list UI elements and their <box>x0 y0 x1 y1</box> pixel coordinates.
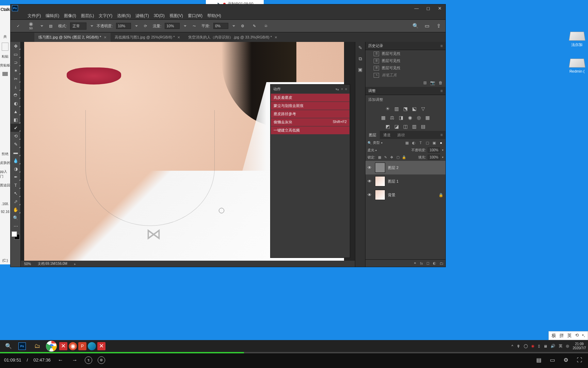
lock-all-icon[interactable]: 🔒 <box>402 155 406 159</box>
gear-icon[interactable]: ⚙ <box>239 22 247 30</box>
layer-item[interactable]: 👁 图层 1 <box>365 174 445 188</box>
fx-icon[interactable]: fx <box>420 261 423 265</box>
photo-filter-icon[interactable]: ◉ <box>407 114 413 121</box>
action-item[interactable]: 磨皮路径参考 <box>271 110 349 118</box>
close-icon[interactable]: × <box>178 35 180 40</box>
ime-toolbar[interactable]: 极 拼 英 ⟲ •, <box>549 331 588 340</box>
pressure-size-icon[interactable]: ✎ <box>250 22 258 30</box>
quick-select-tool[interactable]: ✶ <box>11 66 21 75</box>
color-balance-icon[interactable]: ⚖ <box>389 114 395 121</box>
speed-button[interactable]: ร <box>85 356 92 364</box>
menu-file[interactable]: 文件(F) <box>28 13 41 19</box>
color-swatch[interactable] <box>12 231 20 240</box>
filter-shape-icon[interactable]: ▢ <box>425 140 430 145</box>
blend-mode-select[interactable]: 正常 <box>70 22 86 30</box>
levels-icon[interactable]: ▥ <box>394 106 400 112</box>
edge-icon[interactable] <box>88 342 96 350</box>
edit-toolbar-icon[interactable]: ⋯ <box>11 222 21 230</box>
brush-settings-icon[interactable]: ✎ <box>357 44 364 51</box>
frame-icon[interactable]: ▭ <box>424 22 430 29</box>
menu-help[interactable]: 帮助(H) <box>207 13 221 19</box>
filter-adjust-icon[interactable]: ◐ <box>411 140 416 145</box>
curves-icon[interactable]: ⬔ <box>403 106 409 112</box>
color-lookup-icon[interactable]: ▦ <box>425 114 431 121</box>
eraser-tool[interactable]: ◧ <box>11 116 21 124</box>
share-icon[interactable]: ⇪ <box>435 22 442 29</box>
history-item[interactable]: ✎画笔工具 <box>365 72 445 79</box>
foreground-color[interactable] <box>12 231 17 237</box>
selective-color-icon[interactable]: ▤ <box>420 123 426 129</box>
drive-label[interactable]: (C:) <box>2 259 8 262</box>
folder-icon[interactable] <box>2 72 8 76</box>
ime-button[interactable]: 极 <box>552 333 556 339</box>
lock-pixels-icon[interactable]: ✎ <box>383 155 388 159</box>
menu-filter[interactable]: 滤镜(T) <box>135 13 149 19</box>
panel-menu-icon[interactable]: ≡ <box>440 44 443 48</box>
lock-position-icon[interactable]: ✥ <box>390 155 394 159</box>
ime-button[interactable]: •, <box>582 333 585 339</box>
folder-label-3[interactable]: pp入门 <box>0 169 10 179</box>
swatches-icon[interactable]: ▣ <box>357 66 364 73</box>
taskbar-app[interactable]: ✕ <box>97 342 105 350</box>
filter-smart-icon[interactable]: ▣ <box>432 140 437 145</box>
document-tab[interactable]: 练习图1.jpg @ 50% (图层 2, RGB/8) * × <box>34 33 111 42</box>
layer-name[interactable]: 图层 1 <box>388 179 398 184</box>
history-item[interactable]: ☰图层可见性 <box>365 57 445 64</box>
brushes-icon[interactable]: ⧉ <box>357 55 364 62</box>
clipboard-icon[interactable] <box>2 43 9 51</box>
action-item[interactable]: 蒙尘与划痕去斑痕 <box>271 102 349 110</box>
close-icon[interactable]: × <box>341 87 343 91</box>
visibility-icon[interactable]: 👁 <box>368 193 372 197</box>
channel-mixer-icon[interactable]: ◎ <box>416 114 422 121</box>
document-tab[interactable]: 凭空消失的人（内容识别）.jpg @ 33.3%(RGB/8) * × <box>184 33 281 42</box>
search-icon[interactable]: 🔍 <box>412 22 419 29</box>
close-icon[interactable]: × <box>104 35 107 40</box>
chevron-down-icon[interactable] <box>135 25 138 27</box>
ime-button[interactable]: ⟲ <box>575 333 579 339</box>
minimize-button[interactable]: — <box>411 4 422 12</box>
filter-search-icon[interactable]: 🔍 <box>368 141 372 145</box>
marquee-tool[interactable]: ▭ <box>11 50 21 58</box>
chrome-icon[interactable] <box>45 341 58 352</box>
gradient-tool[interactable]: ▬ <box>11 148 21 156</box>
folder-label-4[interactable]: 图追回 <box>0 183 10 188</box>
layers-tab[interactable]: 图层 <box>365 131 380 139</box>
clone-tool[interactable]: ▲ <box>11 107 21 116</box>
paths-tab[interactable]: 路径 <box>394 131 408 139</box>
taskbar-app[interactable]: ◉ <box>69 342 77 350</box>
action-item[interactable]: 高反差磨皮 <box>271 94 349 102</box>
layer-fill-input[interactable]: 100% <box>428 155 440 160</box>
menu-view[interactable]: 视图(V) <box>169 13 183 19</box>
healing-tool[interactable]: ⛑ <box>11 91 21 99</box>
threshold-icon[interactable]: ◫ <box>403 123 409 129</box>
channels-tab[interactable]: 通道 <box>380 131 394 139</box>
panel-header[interactable]: 历史记录 ≡ <box>365 42 445 50</box>
bw-icon[interactable]: ◨ <box>398 114 404 121</box>
filter-text-icon[interactable]: T <box>418 140 423 145</box>
folder-label-1[interactable]: 拒绝 <box>2 152 9 156</box>
panel-menu-icon[interactable]: ≡ <box>440 89 443 93</box>
chevron-down-icon[interactable] <box>91 25 93 27</box>
mask-icon[interactable]: ◻ <box>426 261 429 265</box>
direct-select-tool[interactable]: ⬀ <box>11 197 21 205</box>
close-button[interactable]: ✕ <box>434 4 445 12</box>
tray-chevron-icon[interactable]: ^ <box>511 344 513 348</box>
hand-tool[interactable]: ✋ <box>11 205 21 214</box>
menu-3d[interactable]: 3D(D) <box>154 13 165 18</box>
layer-filter-select[interactable]: 类型▾ <box>373 140 382 145</box>
start-button[interactable]: 🔍 <box>2 341 15 352</box>
pen-tool[interactable]: ✒ <box>11 173 21 181</box>
smooth-input[interactable]: 0% <box>213 23 228 29</box>
dodge-tool[interactable]: ◑ <box>11 165 21 173</box>
ime-button[interactable]: 英 <box>567 333 572 339</box>
new-document-icon[interactable]: ⊞ <box>423 80 427 85</box>
panel-menu-icon[interactable]: ≡ <box>345 87 347 91</box>
prev-button[interactable]: ← <box>56 356 65 365</box>
zoom-level[interactable]: 50% <box>24 262 31 266</box>
adjustment-icon[interactable]: ◐ <box>433 261 436 265</box>
chevron-down-icon[interactable] <box>184 25 186 27</box>
menu-type[interactable]: 文字(Y) <box>99 13 112 19</box>
invert-icon[interactable]: ◩ <box>385 123 391 129</box>
mixer-brush-tool[interactable]: ✎ <box>11 140 21 148</box>
loop-button[interactable]: ⊚ <box>98 356 105 364</box>
